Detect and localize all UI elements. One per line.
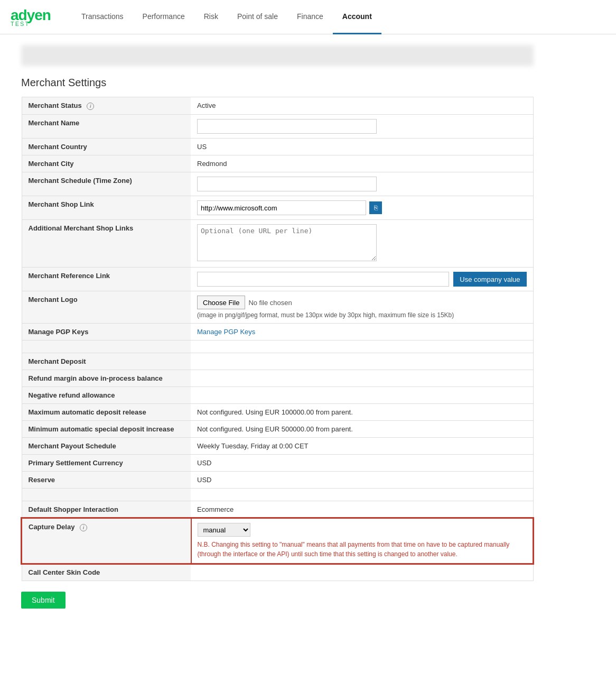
label-merchant-logo: Merchant Logo <box>22 291 191 324</box>
ref-link-wrapper: Use company value <box>197 272 527 287</box>
value-reserve: USD <box>191 472 533 489</box>
label-merchant-payout: Merchant Payout Schedule <box>22 438 191 455</box>
label-min-auto-special: Minimum automatic special deposit increa… <box>22 421 191 438</box>
nav-finance[interactable]: Finance <box>287 0 333 34</box>
label-call-center: Call Center Skin Code <box>22 564 191 581</box>
file-hint: (image in png/gif/jpeg format, must be 1… <box>197 311 527 319</box>
nav-point-of-sale[interactable]: Point of sale <box>228 0 287 34</box>
label-manage-pgp: Manage PGP Keys <box>22 324 191 340</box>
row-min-auto-special: Minimum automatic special deposit increa… <box>22 421 533 438</box>
info-icon-status[interactable]: i <box>87 103 94 110</box>
value-capture-delay: manual immediate 1 day 2 days 3 days 4 d… <box>191 518 533 564</box>
value-merchant-logo: Choose File No file chosen (image in png… <box>191 291 533 324</box>
label-reserve: Reserve <box>22 472 191 489</box>
row-manage-pgp: Manage PGP Keys Manage PGP Keys <box>22 324 533 340</box>
label-merchant-ref-link: Merchant Reference Link <box>22 268 191 291</box>
label-default-shopper: Default Shopper Interaction <box>22 501 191 519</box>
value-merchant-schedule <box>191 172 533 196</box>
ref-link-input[interactable] <box>197 272 449 287</box>
navigation: adyen TEST Transactions Performance Risk… <box>0 0 616 34</box>
submit-button[interactable]: Submit <box>21 592 66 609</box>
value-max-auto-deposit: Not configured. Using EUR 100000.00 from… <box>191 404 533 421</box>
row-primary-settlement: Primary Settlement Currency USD <box>22 455 533 472</box>
label-capture-delay: Capture Delay i <box>22 518 191 564</box>
copy-button[interactable]: ⎘ <box>369 201 382 214</box>
row-default-shopper: Default Shopper Interaction Ecommerce <box>22 501 533 519</box>
value-default-shopper: Ecommerce <box>191 501 533 519</box>
value-call-center <box>191 564 533 581</box>
row-merchant-country: Merchant Country US <box>22 139 533 155</box>
row-merchant-deposit: Merchant Deposit <box>22 353 533 370</box>
row-merchant-ref-link: Merchant Reference Link Use company valu… <box>22 268 533 291</box>
label-merchant-schedule: Merchant Schedule (Time Zone) <box>22 172 191 196</box>
value-merchant-country: US <box>191 139 533 155</box>
capture-note: N.B. Changing this setting to "manual" m… <box>198 540 527 559</box>
row-merchant-payout: Merchant Payout Schedule Weekly Tuesday,… <box>22 438 533 455</box>
label-merchant-country: Merchant Country <box>22 139 191 155</box>
label-primary-settlement: Primary Settlement Currency <box>22 455 191 472</box>
row-merchant-status: Merchant Status i Active <box>22 97 533 115</box>
label-max-auto-deposit: Maximum automatic deposit release <box>22 404 191 421</box>
settings-table: Merchant Status i Active Merchant Name M… <box>21 97 534 581</box>
nav-transactions[interactable]: Transactions <box>72 0 133 34</box>
label-additional-shop-links: Additional Merchant Shop Links <box>22 220 191 268</box>
label-merchant-deposit: Merchant Deposit <box>22 353 191 370</box>
label-merchant-name: Merchant Name <box>22 115 191 139</box>
value-merchant-shop-link: ⎘ <box>191 196 533 220</box>
row-negative-refund: Negative refund allowance <box>22 387 533 404</box>
merchant-schedule-input[interactable] <box>197 177 377 191</box>
value-merchant-city: Redmond <box>191 155 533 172</box>
manage-pgp-link[interactable]: Manage PGP Keys <box>197 328 255 336</box>
use-company-value-button[interactable]: Use company value <box>453 272 526 287</box>
row-refund-margin: Refund margin above in-process balance <box>22 370 533 387</box>
row-merchant-shop-link: Merchant Shop Link ⎘ <box>22 196 533 220</box>
nav-links: Transactions Performance Risk Point of s… <box>72 0 605 34</box>
value-additional-shop-links <box>191 220 533 268</box>
choose-file-button[interactable]: Choose File <box>197 296 245 309</box>
value-negative-refund <box>191 387 533 404</box>
info-icon-capture[interactable]: i <box>80 524 87 531</box>
row-additional-shop-links: Additional Merchant Shop Links <box>22 220 533 268</box>
value-merchant-ref-link: Use company value <box>191 268 533 291</box>
blurred-banner <box>21 45 534 66</box>
nav-performance[interactable]: Performance <box>133 0 194 34</box>
value-primary-settlement: USD <box>191 455 533 472</box>
row-reserve: Reserve USD <box>22 472 533 489</box>
row-capture-delay: Capture Delay i manual immediate 1 day 2… <box>22 518 533 564</box>
nav-account[interactable]: Account <box>333 0 381 34</box>
row-merchant-schedule: Merchant Schedule (Time Zone) <box>22 172 533 196</box>
label-merchant-city: Merchant City <box>22 155 191 172</box>
page-content: Merchant Settings Merchant Status i Acti… <box>0 34 555 619</box>
merchant-name-input[interactable] <box>197 119 377 134</box>
value-merchant-payout: Weekly Tuesday, Friday at 0:00 CET <box>191 438 533 455</box>
capture-delay-select[interactable]: manual immediate 1 day 2 days 3 days 4 d… <box>198 523 250 537</box>
row-max-auto-deposit: Maximum automatic deposit release Not co… <box>22 404 533 421</box>
value-refund-margin <box>191 370 533 387</box>
label-merchant-shop-link: Merchant Shop Link <box>22 196 191 220</box>
no-file-text: No file chosen <box>248 299 292 307</box>
spacer-row-2 <box>22 489 533 501</box>
value-min-auto-special: Not configured. Using EUR 500000.00 from… <box>191 421 533 438</box>
value-merchant-name <box>191 115 533 139</box>
additional-shop-links-textarea[interactable] <box>197 224 377 261</box>
label-refund-margin: Refund margin above in-process balance <box>22 370 191 387</box>
value-merchant-status: Active <box>191 97 533 115</box>
label-negative-refund: Negative refund allowance <box>22 387 191 404</box>
nav-risk[interactable]: Risk <box>194 0 228 34</box>
page-title: Merchant Settings <box>21 77 534 89</box>
row-merchant-name: Merchant Name <box>22 115 533 139</box>
logo: adyen TEST <box>11 7 51 27</box>
value-merchant-deposit <box>191 353 533 370</box>
value-manage-pgp: Manage PGP Keys <box>191 324 533 340</box>
row-merchant-logo: Merchant Logo Choose File No file chosen… <box>22 291 533 324</box>
shop-link-input[interactable] <box>197 200 366 215</box>
spacer-row-1 <box>22 340 533 353</box>
row-merchant-city: Merchant City Redmond <box>22 155 533 172</box>
row-call-center: Call Center Skin Code <box>22 564 533 581</box>
shop-link-wrapper: ⎘ <box>197 200 527 215</box>
label-merchant-status: Merchant Status i <box>22 97 191 115</box>
file-input-wrapper: Choose File No file chosen <box>197 296 527 309</box>
